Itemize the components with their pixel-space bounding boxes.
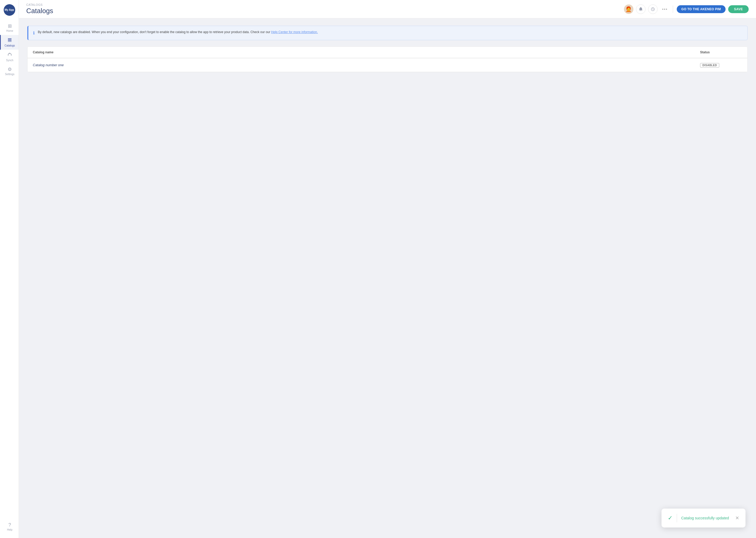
info-banner: ℹ By default, new catalogs are disabled.… bbox=[27, 26, 748, 40]
sidebar: My App ⊞ Home Catalogs bbox=[0, 0, 19, 538]
header-left: CATALOGS Catalogs bbox=[26, 3, 53, 15]
catalog-name[interactable]: Catalog number one bbox=[33, 63, 700, 67]
settings-icon: ⚙ bbox=[8, 67, 12, 72]
sidebar-item-synch-label: Synch bbox=[6, 59, 13, 62]
check-icon: ✓ bbox=[668, 514, 673, 521]
catalogs-icon bbox=[7, 37, 12, 43]
svg-rect-0 bbox=[8, 38, 12, 39]
main-area: CATALOGS Catalogs 🧑‍🦰 GO bbox=[19, 0, 756, 538]
sidebar-item-help-label: Help bbox=[7, 528, 13, 531]
page-content: ℹ By default, new catalogs are disabled.… bbox=[19, 19, 756, 538]
column-header-status: Status bbox=[700, 50, 742, 54]
toast-message: Catalog successfully updated bbox=[681, 516, 731, 520]
breadcrumb: CATALOGS bbox=[26, 3, 53, 6]
sidebar-item-help[interactable]: ? Help bbox=[6, 520, 13, 534]
synch-icon bbox=[7, 52, 12, 58]
bell-icon[interactable] bbox=[648, 4, 658, 14]
app-logo[interactable]: My App bbox=[4, 4, 15, 16]
svg-rect-1 bbox=[8, 39, 12, 40]
sidebar-item-settings[interactable]: ⚙ Settings bbox=[0, 64, 19, 78]
sidebar-item-settings-label: Settings bbox=[5, 73, 15, 76]
avatar-button[interactable]: 🧑‍🦰 bbox=[624, 4, 634, 14]
save-button[interactable]: SAVE bbox=[728, 5, 749, 13]
sidebar-item-catalogs-label: Catalogs bbox=[4, 44, 15, 47]
page-title: Catalogs bbox=[26, 7, 53, 15]
help-icon: ? bbox=[8, 522, 11, 527]
toast-close-button[interactable]: ✕ bbox=[735, 516, 739, 520]
page-header: CATALOGS Catalogs 🧑‍🦰 GO bbox=[19, 0, 756, 19]
more-options-button[interactable] bbox=[660, 7, 669, 11]
sidebar-item-catalogs[interactable]: Catalogs bbox=[0, 35, 19, 50]
info-text: By default, new catalogs are disabled. W… bbox=[38, 30, 318, 34]
catalog-table: Catalog name Status Catalog number one D… bbox=[27, 46, 748, 72]
sidebar-item-synch[interactable]: Synch bbox=[0, 50, 19, 64]
column-header-name: Catalog name bbox=[33, 50, 700, 54]
svg-rect-3 bbox=[8, 41, 12, 42]
notifications-icon[interactable] bbox=[636, 4, 645, 14]
help-center-link[interactable]: Help Center for more information. bbox=[271, 30, 318, 34]
sidebar-bottom: ? Help bbox=[6, 520, 13, 538]
toast-divider bbox=[677, 514, 677, 522]
toast-notification: ✓ Catalog successfully updated ✕ bbox=[661, 509, 745, 527]
disabled-badge: DISABLED bbox=[700, 63, 719, 68]
status-badge: DISABLED bbox=[700, 63, 742, 68]
go-to-akeneo-pim-button[interactable]: GO TO THE AKENEO PIM bbox=[677, 5, 726, 13]
table-header: Catalog name Status bbox=[27, 47, 747, 58]
header-right: 🧑‍🦰 GO TO THE AKENEO PIM SAVE bbox=[624, 4, 749, 14]
table-row[interactable]: Catalog number one DISABLED bbox=[27, 58, 747, 72]
sidebar-item-home[interactable]: ⊞ Home bbox=[0, 21, 19, 35]
svg-rect-2 bbox=[8, 40, 12, 41]
sidebar-item-home-label: Home bbox=[6, 29, 13, 32]
info-icon: ℹ bbox=[33, 30, 35, 36]
sidebar-nav: ⊞ Home Catalogs Synch bbox=[0, 21, 19, 520]
home-icon: ⊞ bbox=[8, 24, 12, 28]
